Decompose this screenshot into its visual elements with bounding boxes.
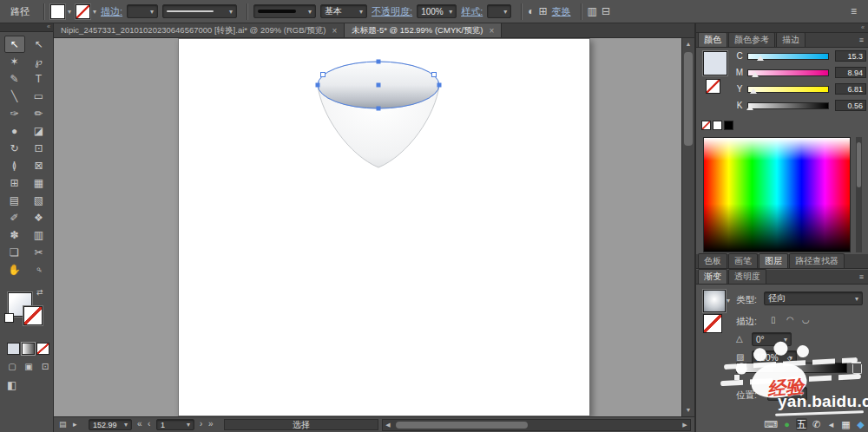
panel-tab-swatches[interactable]: 色板 [698, 253, 727, 268]
black-swatch[interactable] [724, 121, 733, 130]
calendar-tray-icon[interactable]: ▦ [840, 418, 852, 430]
style-select[interactable] [487, 4, 511, 18]
stroke-weight-select[interactable] [127, 4, 158, 18]
scroll-down-icon[interactable]: ▼ [682, 404, 694, 416]
gradient-stroke-within-icon[interactable]: ▯ [771, 315, 776, 324]
draw-behind-mode[interactable]: ▣ [22, 360, 36, 373]
keyboard-tray-icon[interactable]: ⌨ [764, 418, 778, 430]
gradient-stroke-across-icon[interactable]: ◡ [802, 315, 810, 324]
transform-link[interactable]: 变换 [552, 5, 571, 18]
panel-tab-brushes[interactable]: 画笔 [728, 253, 758, 268]
brush-style-select[interactable]: 基本 [320, 4, 367, 18]
blob-brush-tool[interactable]: ● [4, 122, 25, 140]
width-tool[interactable]: ≬ [4, 157, 25, 174]
panel-tab-gradient[interactable]: 渐变 [698, 269, 727, 284]
vertical-scroll-thumb[interactable] [684, 52, 693, 146]
free-transform-tool[interactable]: ⊠ [29, 157, 49, 174]
wubi-ime-tray-icon[interactable]: 五 [796, 418, 807, 430]
vertical-scrollbar[interactable]: ▲ ▼ [681, 38, 694, 416]
panel-scroll-thumb[interactable] [857, 142, 861, 187]
draw-normal-mode[interactable]: ▢ [5, 360, 19, 373]
toolbar-collapse-strip[interactable]: « [0, 23, 53, 32]
stroke-panel-link[interactable]: 描边: [101, 5, 122, 18]
horizontal-scroll-thumb[interactable] [396, 422, 528, 429]
recolor-artwork-icon[interactable]: ◐ [528, 5, 534, 17]
channel-slider-thumb[interactable] [757, 56, 764, 61]
workspace-icon[interactable]: ⊟ [602, 5, 610, 17]
style-link[interactable]: 样式: [461, 5, 483, 18]
lasso-tool[interactable]: ℘ [29, 53, 49, 70]
dock-collapse-icon[interactable]: « [861, 24, 865, 30]
next-artboard-icon[interactable]: › [200, 419, 202, 429]
prev-artboard-icon[interactable]: ‹ [148, 419, 150, 429]
stroke-color-swatch[interactable] [76, 4, 90, 19]
gradient-fill-button[interactable] [22, 343, 35, 355]
artboard[interactable] [178, 38, 590, 416]
green-app-tray-icon[interactable]: ● [781, 418, 792, 430]
gradient-stroke-proxy[interactable] [703, 314, 722, 333]
panel-scrollbar[interactable] [856, 137, 862, 252]
opacity-link[interactable]: 不透明度: [372, 5, 412, 18]
channel-slider-track[interactable] [747, 102, 829, 109]
channel-slider-track[interactable] [747, 53, 829, 60]
pen-tool[interactable]: ✎ [4, 70, 25, 88]
type-tool[interactable]: T [29, 70, 49, 88]
chat-tray-icon[interactable]: ◆ [855, 418, 866, 430]
pencil-tool[interactable]: ✏ [29, 105, 49, 122]
panel-tab-layers[interactable]: 图层 [759, 253, 788, 268]
blend-tool[interactable]: ❖ [29, 209, 49, 226]
channel-slider-thumb[interactable] [750, 88, 757, 94]
selected-artwork[interactable] [179, 39, 589, 416]
channel-slider-thumb[interactable] [746, 105, 753, 110]
gradient-tool[interactable]: ▧ [29, 192, 49, 209]
color-fill-button[interactable] [7, 343, 20, 355]
perspective-grid-tool[interactable]: ▦ [29, 174, 49, 192]
default-fill-stroke-icon[interactable] [4, 313, 14, 323]
fill-color-swatch[interactable] [50, 4, 65, 19]
gradient-preview-dropdown-icon[interactable]: ▾ [727, 297, 730, 304]
panel-tab-stroke[interactable]: 描边 [776, 32, 806, 47]
document-tab[interactable]: 未标题-5* @ 152.99% (CMYK/预览)× [345, 23, 502, 37]
artboard-number-select[interactable]: 1 [156, 419, 194, 430]
tab-close-icon[interactable]: × [332, 26, 337, 36]
control-bar-menu-icon[interactable]: ≡ [851, 5, 857, 17]
phone-tray-icon[interactable]: ✆ [811, 418, 822, 430]
channel-slider-thumb[interactable] [752, 72, 759, 77]
scroll-left-icon[interactable]: ◀ [383, 420, 393, 430]
artboard-tool[interactable]: ❏ [4, 244, 25, 261]
scroll-up-icon[interactable]: ▲ [682, 38, 694, 50]
channel-value-field[interactable]: 8.94 [835, 67, 866, 78]
channel-value-field[interactable]: 0.56 [835, 100, 866, 111]
collapse-icon[interactable]: « [47, 23, 50, 29]
swap-fill-stroke-icon[interactable]: ⇄ [36, 288, 43, 297]
width-profile-select[interactable] [162, 4, 237, 18]
arrange-documents-icon[interactable]: ▥ [588, 5, 597, 17]
symbol-sprayer-tool[interactable]: ✽ [4, 226, 25, 244]
line-segment-tool[interactable]: ╲ [4, 88, 25, 105]
zoom-level-select[interactable]: 152.99 [89, 419, 132, 430]
tab-close-icon[interactable]: × [489, 26, 494, 36]
color-spectrum[interactable] [703, 137, 851, 252]
first-artboard-icon[interactable]: « [137, 419, 142, 429]
mesh-tool[interactable]: ▤ [4, 192, 25, 209]
channel-value-field[interactable]: 15.3 [835, 50, 866, 62]
gradient-type-select[interactable]: 径向 [764, 291, 863, 305]
scroll-right-icon[interactable]: ▶ [680, 420, 690, 430]
none-fill-button[interactable] [36, 343, 49, 355]
gradient-panel-menu-icon[interactable]: ≡ [859, 272, 864, 281]
column-graph-tool[interactable]: ▥ [29, 226, 49, 244]
gradient-preview-swatch[interactable] [703, 290, 726, 312]
eraser-tool[interactable]: ◪ [29, 122, 49, 140]
scale-tool[interactable]: ⊡ [29, 140, 49, 157]
direct-selection-tool[interactable]: ↖ [29, 36, 49, 53]
align-icon[interactable]: ⊞ [538, 5, 547, 17]
rectangle-tool[interactable]: ▭ [29, 88, 49, 105]
last-artboard-icon[interactable]: » [208, 419, 214, 429]
status-menu-icon[interactable]: ▸ [73, 420, 77, 429]
channel-slider-track[interactable] [747, 69, 829, 76]
color-panel-menu-icon[interactable]: ≡ [859, 36, 864, 44]
document-tab[interactable]: Nipic_2457331_20101020230646567000 [转换].… [54, 23, 345, 37]
hand-tool[interactable]: ✋ [4, 261, 25, 278]
none-swatch[interactable] [701, 121, 711, 130]
panel-tab-color-guide[interactable]: 颜色参考 [728, 32, 775, 47]
